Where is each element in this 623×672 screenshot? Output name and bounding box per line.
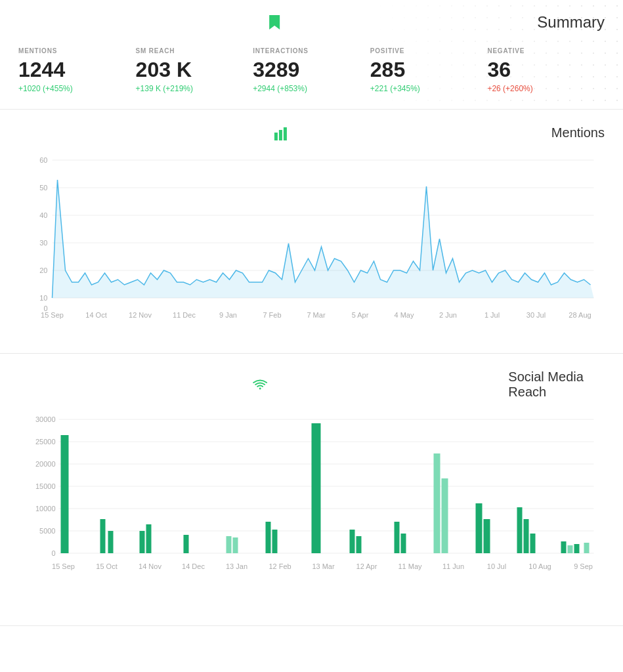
metric-change-negative: +26 (+260%)	[487, 84, 591, 93]
svg-rect-48	[184, 535, 189, 553]
svg-rect-47	[146, 524, 152, 553]
metric-label-sm_reach: SM REACH	[136, 47, 240, 54]
social-reach-chart-title: Social Media Reach	[508, 369, 605, 400]
summary-section: Summary MENTIONS 1244 +1020 (+455%) SM R…	[0, 0, 623, 110]
svg-text:30: 30	[39, 239, 47, 247]
svg-text:13 Jan: 13 Jan	[226, 562, 247, 570]
svg-text:14 Oct: 14 Oct	[85, 311, 106, 319]
mentions-chart-svg: 60 50 40 30 20 10 0 15 Sep 14 Oct 12 Nov…	[18, 154, 605, 337]
svg-rect-65	[561, 541, 567, 553]
svg-rect-51	[266, 522, 271, 553]
svg-rect-60	[476, 503, 483, 553]
mentions-chart-title: Mentions	[551, 125, 605, 140]
svg-text:14 Dec: 14 Dec	[182, 562, 205, 570]
metric-value-interactions: 3289	[253, 58, 357, 81]
metric-value-negative: 36	[487, 58, 591, 81]
svg-rect-56	[395, 522, 400, 553]
metric-value-sm_reach: 203 K	[136, 58, 240, 81]
svg-rect-44	[100, 519, 106, 553]
svg-text:11 Dec: 11 Dec	[173, 311, 196, 319]
svg-text:10 Aug: 10 Aug	[528, 562, 551, 570]
svg-rect-62	[517, 507, 523, 553]
svg-text:10000: 10000	[35, 505, 56, 513]
svg-rect-46	[140, 531, 145, 553]
svg-text:12 Apr: 12 Apr	[356, 562, 377, 570]
social-reach-chart-section: Social Media Reach 30000 25000 20000 150…	[0, 354, 623, 626]
svg-text:12 Nov: 12 Nov	[129, 311, 152, 319]
social-reach-chart-container: 30000 25000 20000 15000 10000 5000 0	[18, 413, 605, 612]
svg-text:0: 0	[51, 549, 55, 557]
svg-rect-0	[274, 133, 278, 140]
mentions-chart-header: Mentions	[18, 125, 605, 140]
svg-text:14 Nov: 14 Nov	[139, 562, 161, 570]
svg-text:11 Jun: 11 Jun	[442, 562, 464, 570]
svg-text:28 Aug: 28 Aug	[569, 311, 591, 319]
svg-text:5 Apr: 5 Apr	[352, 311, 369, 319]
metric-value-positive: 285	[370, 58, 475, 81]
metric-mentions: MENTIONS 1244 +1020 (+455%)	[18, 47, 136, 93]
svg-rect-55	[356, 536, 362, 553]
svg-rect-57	[401, 534, 406, 553]
svg-text:15 Oct: 15 Oct	[96, 562, 117, 570]
svg-rect-66	[568, 545, 573, 553]
svg-text:20000: 20000	[35, 460, 56, 468]
metrics-row: MENTIONS 1244 +1020 (+455%) SM REACH 203…	[18, 47, 605, 93]
svg-rect-49	[226, 536, 232, 553]
svg-rect-54	[350, 530, 355, 553]
svg-text:15000: 15000	[35, 482, 56, 490]
social-reach-chart-svg: 30000 25000 20000 15000 10000 5000 0	[18, 413, 605, 610]
metric-change-interactions: +2944 (+853%)	[253, 84, 357, 93]
svg-text:60: 60	[39, 156, 47, 164]
svg-text:30000: 30000	[35, 415, 56, 423]
svg-text:7 Mar: 7 Mar	[307, 311, 325, 319]
svg-text:9 Sep: 9 Sep	[574, 562, 593, 570]
svg-rect-1	[279, 130, 282, 140]
metric-sm_reach: SM REACH 203 K +139 K (+219%)	[136, 47, 253, 93]
svg-text:15 Sep: 15 Sep	[52, 562, 75, 570]
svg-text:1 Jul: 1 Jul	[484, 311, 500, 319]
wifi-icon	[18, 378, 502, 391]
svg-text:2 Jun: 2 Jun	[439, 311, 457, 319]
metric-label-negative: NEGATIVE	[487, 47, 591, 54]
svg-text:20: 20	[39, 266, 47, 274]
metric-positive: POSITIVE 285 +221 (+345%)	[370, 47, 488, 93]
summary-icon	[18, 14, 530, 31]
svg-rect-67	[574, 544, 580, 553]
svg-rect-50	[233, 537, 238, 553]
svg-text:10 Jul: 10 Jul	[487, 562, 506, 570]
mentions-chart-section: Mentions 60 50 40 30 20 10 0 15 Sep 14 O	[0, 110, 623, 354]
metric-value-mentions: 1244	[18, 58, 123, 81]
bar-chart-icon	[18, 126, 545, 140]
svg-text:12 Feb: 12 Feb	[269, 562, 291, 570]
summary-header: Summary	[18, 13, 605, 32]
svg-rect-45	[108, 531, 114, 553]
svg-text:9 Jan: 9 Jan	[219, 311, 237, 319]
metric-change-sm_reach: +139 K (+219%)	[136, 84, 240, 93]
svg-rect-68	[584, 543, 590, 553]
svg-text:13 Mar: 13 Mar	[312, 562, 335, 570]
svg-text:7 Feb: 7 Feb	[263, 311, 281, 319]
svg-text:11 May: 11 May	[398, 562, 422, 570]
svg-rect-53	[312, 423, 321, 553]
svg-text:4 May: 4 May	[395, 311, 414, 319]
svg-rect-58	[434, 453, 440, 553]
svg-rect-64	[530, 534, 536, 553]
metric-change-mentions: +1020 (+455%)	[18, 84, 123, 93]
metric-label-interactions: INTERACTIONS	[253, 47, 357, 54]
svg-text:5000: 5000	[39, 527, 55, 535]
svg-rect-59	[442, 478, 448, 553]
svg-rect-63	[524, 519, 529, 553]
metric-label-mentions: MENTIONS	[18, 47, 123, 54]
svg-text:50: 50	[39, 184, 47, 192]
metric-change-positive: +221 (+345%)	[370, 84, 475, 93]
metric-interactions: INTERACTIONS 3289 +2944 (+853%)	[253, 47, 370, 93]
svg-rect-52	[272, 530, 278, 553]
svg-text:25000: 25000	[35, 438, 56, 446]
metric-label-positive: POSITIVE	[370, 47, 475, 54]
svg-text:10: 10	[39, 294, 47, 302]
summary-title: Summary	[537, 13, 605, 32]
social-reach-chart-header: Social Media Reach	[18, 369, 605, 400]
svg-text:40: 40	[39, 211, 47, 219]
svg-text:30 Jul: 30 Jul	[526, 311, 546, 319]
svg-rect-2	[284, 127, 287, 140]
